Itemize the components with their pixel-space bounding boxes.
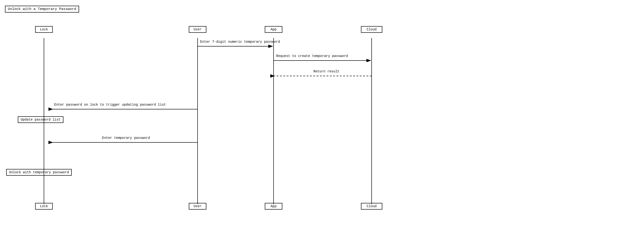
update-password-list-box: Update password list: [18, 116, 64, 123]
arrow5-label: Enter temporary password: [102, 136, 150, 140]
unlock-with-temp-password-box: Unlock with temporary password: [6, 169, 72, 176]
actor-app-top: App: [265, 26, 282, 33]
actor-lock-bottom: Lock: [35, 203, 53, 210]
actor-user-top: User: [189, 26, 206, 33]
actor-cloud-bottom: Cloud: [361, 203, 382, 210]
actor-user-bottom: User: [189, 203, 206, 210]
diagram-title: Unlock with a Temporary Password: [5, 6, 79, 12]
arrow1-label: Enter 7-digit numeric temporary password: [200, 40, 280, 44]
actor-lock-top: Lock: [35, 26, 53, 33]
actor-cloud-top: Cloud: [361, 26, 382, 33]
diagram-svg: [0, 0, 644, 225]
arrow3-label: Return result: [314, 70, 339, 73]
arrow2-label: Request to create temporary password: [276, 54, 348, 58]
sequence-diagram: Unlock with a Temporary Password Lock Us…: [0, 0, 644, 225]
arrow4-label: Enter password on lock to trigger updati…: [54, 103, 166, 106]
actor-app-bottom: App: [265, 203, 282, 210]
